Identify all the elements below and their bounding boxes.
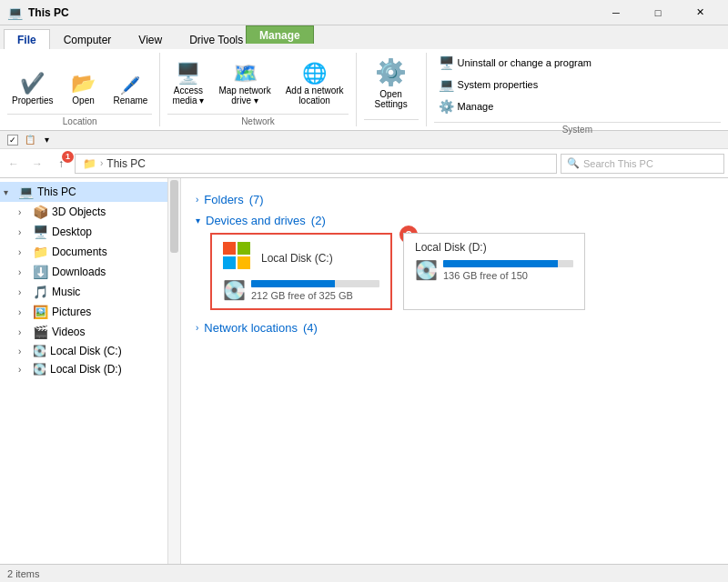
expand-icon-videos: › xyxy=(18,327,29,337)
thispc-icon: 💻 xyxy=(18,185,34,199)
sidebar-item-3dobjects[interactable]: › 📦 3D Objects xyxy=(0,202,167,222)
svg-rect-3 xyxy=(238,256,250,269)
map-network-icon: 🗺️ xyxy=(233,64,258,84)
folders-section-header[interactable]: › Folders (7) xyxy=(196,193,713,206)
path-folder-icon: 📁 xyxy=(83,157,96,170)
network-section-header[interactable]: › Network locations (4) xyxy=(196,321,713,335)
drive-d-inner: Local Disk (D:) xyxy=(415,241,573,254)
sidebar-item-locald[interactable]: › 💽 Local Disk (D:) xyxy=(0,360,167,378)
drive-d-disk-icon: 💽 xyxy=(415,259,438,281)
sidebar-label-pictures: Pictures xyxy=(52,306,164,318)
back-button[interactable]: ← xyxy=(4,154,24,174)
manage-label: Manage xyxy=(458,101,494,112)
close-button[interactable]: ✕ xyxy=(679,4,721,22)
expand-icon-d: › xyxy=(18,365,29,375)
sidebar-item-desktop[interactable]: › 🖥️ Desktop xyxy=(0,222,167,242)
svg-rect-0 xyxy=(223,242,236,255)
sidebar-item-videos[interactable]: › 🎬 Videos xyxy=(0,322,167,342)
sidebar-item-downloads[interactable]: › ⬇️ Downloads xyxy=(0,262,167,282)
window-icon: 💻 xyxy=(7,5,23,20)
sidebar-item-music[interactable]: › 🎵 Music xyxy=(0,282,167,302)
sidebar-item-pictures[interactable]: › 🖼️ Pictures xyxy=(0,302,167,322)
open-settings-label: OpenSettings xyxy=(375,89,408,109)
status-bar: 2 items xyxy=(0,564,728,582)
address-path[interactable]: 📁 › This PC xyxy=(75,154,557,174)
sidebar-label-thispc: This PC xyxy=(37,186,164,198)
maximize-button[interactable]: □ xyxy=(637,4,679,22)
minimize-button[interactable]: ─ xyxy=(595,4,637,22)
open-button[interactable]: 📂 Open xyxy=(64,71,104,108)
rename-label: Rename xyxy=(114,95,148,105)
sidebar-item-localc[interactable]: › 💽 Local Disk (C:) xyxy=(0,342,167,360)
access-media-icon: 🖥️ xyxy=(176,64,200,84)
drive-c-card[interactable]: Local Disk (C:) 💽 212 GB free of 325 GB … xyxy=(210,233,392,310)
drives-grid: Local Disk (C:) 💽 212 GB free of 325 GB … xyxy=(210,233,713,310)
drives-section-header[interactable]: ▾ Devices and drives (2) xyxy=(196,214,713,227)
title-bar: 💻 This PC ─ □ ✕ xyxy=(0,0,728,25)
qat-btn-1[interactable]: 📋 xyxy=(22,134,38,146)
system-properties-button[interactable]: 💻 System properties xyxy=(434,75,596,95)
tab-manage[interactable]: Manage xyxy=(246,25,314,44)
address-bar: ← → ↑ 1 📁 › This PC 🔍 Search This PC xyxy=(0,149,728,178)
map-network-button[interactable]: 🗺️ Map networkdrive ▾ xyxy=(214,61,275,108)
drives-count: (2) xyxy=(311,214,326,227)
path-thispc: This PC xyxy=(106,157,146,170)
tab-file[interactable]: File xyxy=(4,29,50,49)
network-label: Network locations xyxy=(204,321,298,335)
sidebar: ▾ 💻 This PC › 📦 3D Objects › 🖥️ Desktop … xyxy=(0,178,168,564)
expand-icon-thispc: ▾ xyxy=(4,187,15,197)
sidebar-scrollbar[interactable] xyxy=(168,178,181,564)
system-properties-icon: 💻 xyxy=(439,77,454,92)
svg-rect-2 xyxy=(223,256,236,269)
content-area: › Folders (7) ▾ Devices and drives (2) xyxy=(181,178,728,564)
up-button[interactable]: ↑ 1 xyxy=(51,154,71,174)
ribbon-group-network: 🖥️ Accessmedia ▾ 🗺️ Map networkdrive ▾ 🌐… xyxy=(160,53,356,126)
settings-icon: ⚙️ xyxy=(375,57,407,87)
system-buttons: 🖥️ Uninstall or change a program 💻 Syste… xyxy=(434,53,596,116)
system-group-label2: System xyxy=(434,122,721,135)
properties-label: Properties xyxy=(12,95,54,105)
main-layout: ▾ 💻 This PC › 📦 3D Objects › 🖥️ Desktop … xyxy=(0,178,728,564)
qat-check[interactable]: ✓ xyxy=(7,135,18,146)
drive-c-disk-icon: 💽 xyxy=(223,279,246,301)
forward-button[interactable]: → xyxy=(27,154,47,174)
sidebar-item-thispc[interactable]: ▾ 💻 This PC xyxy=(0,182,167,202)
sidebar-label-music: Music xyxy=(52,286,164,298)
ribbon: ✔️ Properties 📂 Open 🖊️ Rename Location … xyxy=(0,49,728,131)
window-controls: ─ □ ✕ xyxy=(595,4,721,22)
folders-label: Folders xyxy=(204,193,243,206)
ribbon-tabs: File Computer View Drive Tools Manage xyxy=(0,25,728,49)
rename-button[interactable]: 🖊️ Rename xyxy=(109,75,153,108)
sidebar-item-documents[interactable]: › 📁 Documents xyxy=(0,242,167,262)
locald-icon: 💽 xyxy=(33,363,46,376)
search-placeholder: Search This PC xyxy=(583,158,653,169)
desktop-icon: 🖥️ xyxy=(33,225,48,239)
properties-icon: ✔️ xyxy=(20,74,45,94)
search-box[interactable]: 🔍 Search This PC xyxy=(561,154,724,174)
uninstall-button[interactable]: 🖥️ Uninstall or change a program xyxy=(434,53,596,73)
qat-btn-down[interactable]: ▾ xyxy=(42,134,52,146)
ribbon-group-location: ✔️ Properties 📂 Open 🖊️ Rename Location xyxy=(0,53,160,126)
drive-d-card[interactable]: Local Disk (D:) 💽 136 GB free of 150 xyxy=(403,233,585,310)
windows-logo-icon xyxy=(223,242,252,271)
tab-drive-tools-label: Drive Tools xyxy=(189,34,243,46)
manage-button[interactable]: ⚙️ Manage xyxy=(434,96,596,116)
system-group-label xyxy=(364,119,419,132)
expand-icon-desktop: › xyxy=(18,227,29,237)
drive-c-icon-container xyxy=(223,242,252,274)
properties-button[interactable]: ✔️ Properties xyxy=(7,71,58,108)
open-settings-button[interactable]: ⚙️ OpenSettings xyxy=(364,53,419,114)
sidebar-scrollbar-thumb[interactable] xyxy=(170,180,178,253)
music-icon: 🎵 xyxy=(33,285,48,299)
location-buttons: ✔️ Properties 📂 Open 🖊️ Rename xyxy=(7,53,152,112)
folders-chevron: › xyxy=(196,195,198,205)
drive-c-progress-bar xyxy=(251,280,335,287)
expand-icon-c: › xyxy=(18,346,29,356)
drive-d-free: 136 GB free of 150 xyxy=(443,270,573,281)
tab-computer[interactable]: Computer xyxy=(50,29,126,49)
access-media-button[interactable]: 🖥️ Accessmedia ▾ xyxy=(167,61,208,108)
tab-view[interactable]: View xyxy=(125,29,176,49)
add-network-button[interactable]: 🌐 Add a networklocation xyxy=(281,61,349,108)
drive-c-name: Local Disk (C:) xyxy=(261,252,333,265)
tab-drive-tools[interactable]: Drive Tools xyxy=(176,29,257,49)
